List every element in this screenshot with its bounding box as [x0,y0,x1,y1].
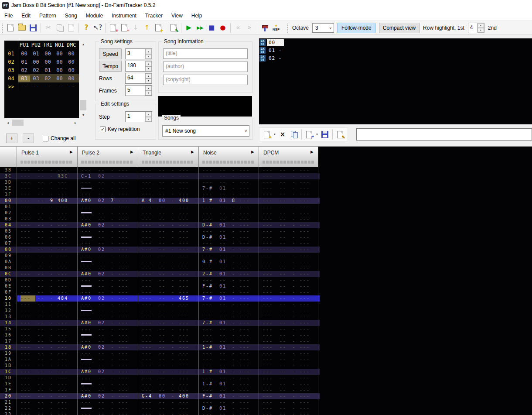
pattern-cell[interactable]: --------- [17,405,78,412]
frame-remove-button[interactable]: − [119,22,130,34]
pattern-cell[interactable]: --------- [138,363,199,369]
edit-mode-button[interactable] [259,22,270,34]
pattern-cell[interactable]: --------- [78,387,138,393]
pattern-cell[interactable]: --------- [259,387,318,393]
pattern-cell[interactable]: --------- [259,314,318,320]
frame-cell[interactable]: -- [30,84,42,90]
pattern-cell[interactable]: --------- [199,302,259,308]
spin-up-icon[interactable]: ▴ [145,112,152,117]
frame-cell[interactable]: 00 [42,59,54,65]
speed-button[interactable]: Speed [99,48,122,59]
pattern-cell[interactable]: 7-#01---- [199,247,259,253]
frame-move-up-button[interactable]: ↑ [141,22,153,34]
pattern-cell[interactable]: --------- [199,228,259,234]
channel-expand-icon[interactable]: ▶ [310,150,314,154]
hscroll-thumb[interactable] [12,120,24,126]
pattern-cell[interactable]: A#0027--- [78,198,138,204]
pattern-cell[interactable]: --------- [17,338,78,344]
copyright-field[interactable]: (copyright) [163,75,248,85]
pattern-cell[interactable]: --------- [78,326,138,332]
pattern-cell[interactable]: 7-#01---- [199,320,259,326]
frame-cell[interactable]: 00 [65,59,77,65]
pattern-cell[interactable]: --------- [78,302,138,308]
rows-spinner[interactable]: 64 ▴▾ [125,73,152,84]
instrument-item[interactable]: 2A0302 - [259,55,532,62]
pattern-cell[interactable]: ------ [78,308,138,314]
pattern-cell[interactable]: --------- [259,210,318,216]
pattern-cell[interactable]: --------- [138,320,199,326]
pattern-cell[interactable]: --------- [138,265,199,271]
new-module-button[interactable] [5,22,16,34]
frame-cell[interactable]: 02 [42,75,54,82]
pattern-cell[interactable]: 7-#01---- [199,185,259,192]
pattern-cell[interactable]: --------- [78,314,138,320]
pattern-cell[interactable]: --------- [138,332,199,338]
pattern-cell[interactable]: G-400-400 [138,393,199,399]
pattern-cell[interactable]: --------- [17,399,78,405]
pattern-cell[interactable]: --------- [138,228,199,234]
channel-expand-icon[interactable]: ▶ [191,150,194,154]
spin-up-icon[interactable]: ▴ [145,73,152,79]
pattern-cell[interactable]: --------- [17,289,78,295]
pattern-cell[interactable]: --------- [17,222,78,228]
pattern-cell[interactable]: A#002---- [78,320,138,326]
pattern-cell[interactable]: --------- [17,259,78,265]
pattern-cell[interactable]: --------- [259,363,318,369]
frame-add-button[interactable]: + [107,22,119,34]
menu-tracker[interactable]: Tracker [141,11,167,20]
pattern-cell[interactable]: ------465 [138,295,199,302]
pattern-cell[interactable]: --------- [259,320,318,326]
frame-cell[interactable]: 00 [18,51,30,57]
pattern-cell[interactable]: 1-#01---- [199,369,259,375]
spin-down-icon[interactable]: ▾ [145,54,152,59]
pattern-cell[interactable]: --------- [138,234,199,240]
pattern-cell[interactable]: --------- [199,210,259,216]
pattern-cell[interactable]: --------- [259,302,318,308]
spin-up-icon[interactable]: ▴ [145,49,152,54]
pattern-cell[interactable]: --------- [138,253,199,259]
pattern-cell[interactable]: F-#01---- [199,393,259,399]
pattern-cell[interactable]: ------484 [17,295,78,302]
author-field[interactable]: (author) [163,62,248,72]
pattern-cell[interactable]: --------- [259,344,318,350]
pattern-cell[interactable]: --------- [138,375,199,381]
pattern-cell[interactable]: --------- [17,179,78,185]
frame-cell[interactable]: 01 [42,67,54,73]
pattern-cell[interactable]: --------- [138,381,199,387]
channel-header-dpcm[interactable]: DPCM▶ [259,147,318,167]
pattern-cell[interactable]: --------- [199,350,259,357]
speed-spinner[interactable]: 3 ▴▾ [125,48,152,59]
song-select[interactable]: #1 New song∨ [162,125,249,137]
instrument-remove-button[interactable]: × [277,129,288,140]
pattern-cell[interactable]: --------- [259,228,318,234]
pattern-cell[interactable]: --------- [17,412,78,415]
pattern-cell[interactable]: A#002---- [78,222,138,228]
menu-help[interactable]: Help [187,11,207,20]
frame-cell[interactable]: -- [42,84,54,90]
pattern-cell[interactable]: --------- [17,357,78,363]
menu-instrument[interactable]: Instrument [107,11,141,20]
pattern-cell[interactable]: --------- [78,289,138,295]
channel-expand-icon[interactable]: ▶ [251,150,254,154]
pattern-cell[interactable]: -----9400 [17,198,78,204]
instrument-save-button[interactable] [319,129,331,140]
pattern-cell[interactable]: --------- [259,283,318,289]
pattern-cell[interactable]: --------- [199,308,259,314]
frame-cell[interactable]: -- [65,84,77,90]
open-module-button[interactable] [16,22,27,34]
pattern-cell[interactable]: ------ [78,405,138,412]
frame-cell[interactable]: 01 [30,51,42,57]
frame-cell[interactable]: 02 [30,67,42,73]
pattern-cell[interactable]: --------- [259,216,318,222]
pattern-cell[interactable]: --------- [17,381,78,387]
frame-cell[interactable]: 03 [30,75,42,82]
pattern-cell[interactable]: --------- [17,332,78,338]
frame-row-new[interactable]: >>---------- [4,82,79,91]
spin-up-icon[interactable]: ▴ [145,61,152,66]
pattern-cell[interactable]: --------- [199,314,259,320]
frame-row-02[interactable]: 020100000000 [4,58,79,66]
instrument-name-input[interactable] [356,128,532,141]
pattern-cell[interactable]: --------- [199,399,259,405]
frame-cell[interactable]: 01 [18,59,30,65]
tempo-button[interactable]: Tempo [99,61,122,72]
